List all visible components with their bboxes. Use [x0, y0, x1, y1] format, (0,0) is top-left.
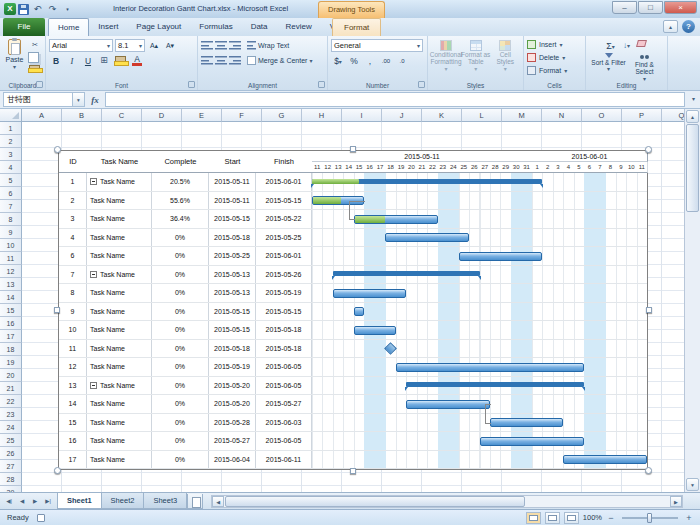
gantt-bar[interactable] — [333, 289, 406, 298]
tab-insert[interactable]: Insert — [89, 18, 127, 36]
selection-handle-w[interactable] — [54, 307, 60, 313]
insert-cells-button[interactable]: Insert▾ — [527, 38, 582, 51]
cut-icon[interactable]: ✂ — [28, 38, 42, 51]
row-header-7[interactable]: 7 — [0, 200, 22, 213]
redo-icon[interactable]: ↷ — [46, 3, 59, 16]
clipboard-dialog-launcher[interactable] — [36, 81, 43, 88]
gantt-bar[interactable] — [354, 215, 438, 224]
gantt-bar[interactable] — [490, 418, 563, 427]
selection-handle-e[interactable] — [646, 307, 652, 313]
column-header-a[interactable]: A — [22, 109, 62, 122]
insert-function-icon[interactable]: fx — [85, 95, 105, 105]
row-header-12[interactable]: 12 — [0, 265, 22, 278]
gantt-bar[interactable] — [563, 455, 647, 464]
gantt-bar[interactable] — [354, 326, 396, 335]
row-header-28[interactable]: 28 — [0, 473, 22, 486]
tab-page-layout[interactable]: Page Layout — [127, 18, 190, 36]
grow-font-button[interactable]: A▴ — [147, 39, 161, 52]
number-format-combo[interactable]: General▾ — [331, 39, 423, 52]
normal-view-icon[interactable] — [526, 512, 541, 524]
selection-handle-ne[interactable] — [645, 146, 652, 153]
column-header-n[interactable]: N — [542, 109, 582, 122]
font-name-combo[interactable]: Arial▾ — [49, 39, 113, 52]
align-center-icon[interactable] — [215, 55, 227, 65]
decrease-decimal-button[interactable]: .0 — [395, 54, 409, 67]
find-select-button[interactable]: Find & Select ▾ — [627, 53, 663, 83]
column-header-p[interactable]: P — [622, 109, 662, 122]
vertical-scroll-thumb[interactable] — [686, 124, 699, 212]
column-header-e[interactable]: E — [182, 109, 222, 122]
row-header-17[interactable]: 17 — [0, 330, 22, 343]
column-header-k[interactable]: K — [422, 109, 462, 122]
format-as-table-button[interactable]: Format as Table ▾ — [461, 38, 491, 73]
row-header-5[interactable]: 5 — [0, 174, 22, 187]
clear-button[interactable] — [636, 39, 650, 52]
bold-button[interactable]: B — [49, 54, 63, 67]
zoom-slider-thumb[interactable] — [647, 513, 652, 523]
formula-bar-expand-icon[interactable]: ▾ — [687, 92, 700, 107]
column-header-o[interactable]: O — [582, 109, 622, 122]
gantt-bar[interactable] — [406, 400, 490, 409]
qat-customize-icon[interactable]: ▾ — [61, 3, 74, 16]
comma-style-button[interactable]: , — [363, 54, 377, 67]
collapse-icon[interactable] — [90, 271, 97, 278]
row-header-9[interactable]: 9 — [0, 226, 22, 239]
maximize-button[interactable]: □ — [638, 1, 663, 14]
tab-review[interactable]: Review — [277, 18, 321, 36]
format-cells-button[interactable]: Format▾ — [527, 64, 582, 77]
align-bottom-icon[interactable] — [229, 40, 241, 50]
sheet-tab-sheet2[interactable]: Sheet2 — [101, 493, 145, 509]
sort-filter-button[interactable]: Sort & Filter ▾ — [591, 53, 627, 83]
row-header-8[interactable]: 8 — [0, 213, 22, 226]
help-icon[interactable]: ? — [682, 20, 695, 33]
formula-input[interactable] — [105, 92, 685, 107]
horizontal-scroll-thumb[interactable] — [225, 496, 525, 507]
cell-styles-button[interactable]: Cell Styles ▾ — [491, 38, 521, 73]
gantt-bar[interactable] — [480, 437, 585, 446]
alignment-dialog-launcher[interactable] — [318, 81, 325, 88]
column-header-q[interactable]: Q — [662, 109, 684, 122]
gantt-summary-bar[interactable] — [406, 382, 584, 387]
selection-handle-s[interactable] — [350, 468, 356, 474]
gantt-bar[interactable] — [459, 252, 543, 261]
last-sheet-icon[interactable]: ▶| — [42, 495, 54, 507]
delete-cells-button[interactable]: Delete▾ — [527, 51, 582, 64]
insert-worksheet-button[interactable] — [187, 494, 203, 509]
save-icon[interactable] — [18, 4, 29, 15]
previous-sheet-icon[interactable]: ◀ — [16, 495, 28, 507]
column-header-c[interactable]: C — [102, 109, 142, 122]
accounting-format-button[interactable]: $▾ — [331, 54, 345, 67]
font-color-button[interactable]: A — [130, 54, 144, 67]
row-header-18[interactable]: 18 — [0, 343, 22, 356]
column-header-j[interactable]: J — [382, 109, 422, 122]
number-dialog-launcher[interactable] — [418, 81, 425, 88]
tab-formulas[interactable]: Formulas — [190, 18, 241, 36]
horizontal-scrollbar[interactable]: ◀ ▶ — [211, 495, 683, 508]
selection-handle-se[interactable] — [645, 467, 652, 474]
fill-button[interactable]: ↓▾ — [620, 39, 634, 52]
gantt-bar[interactable] — [354, 307, 364, 316]
row-header-16[interactable]: 16 — [0, 317, 22, 330]
column-header-l[interactable]: L — [462, 109, 502, 122]
align-left-icon[interactable] — [201, 55, 213, 65]
row-header-22[interactable]: 22 — [0, 395, 22, 408]
zoom-level[interactable]: 100% — [583, 513, 602, 522]
paste-dropdown-icon[interactable]: ▾ — [13, 63, 16, 70]
cell-grid[interactable]: IDTask NameCompleteStartFinish2015-05-11… — [22, 122, 684, 492]
sheet-tab-sheet3[interactable]: Sheet3 — [143, 493, 187, 509]
column-header-h[interactable]: H — [302, 109, 342, 122]
row-header-23[interactable]: 23 — [0, 408, 22, 421]
row-header-1[interactable]: 1 — [0, 122, 22, 135]
align-right-icon[interactable] — [229, 55, 241, 65]
page-break-view-icon[interactable] — [564, 512, 579, 524]
borders-button[interactable]: ⊞ — [97, 54, 111, 67]
merge-center-button[interactable]: Merge & Center ▾ — [247, 56, 312, 65]
row-header-20[interactable]: 20 — [0, 369, 22, 382]
row-header-19[interactable]: 19 — [0, 356, 22, 369]
row-header-24[interactable]: 24 — [0, 421, 22, 434]
sheet-tab-sheet1[interactable]: Sheet1 — [57, 493, 102, 509]
column-header-i[interactable]: I — [342, 109, 382, 122]
name-box-dropdown-icon[interactable]: ▾ — [73, 92, 85, 107]
gantt-bar[interactable] — [396, 363, 584, 372]
undo-icon[interactable]: ↶ — [31, 3, 44, 16]
